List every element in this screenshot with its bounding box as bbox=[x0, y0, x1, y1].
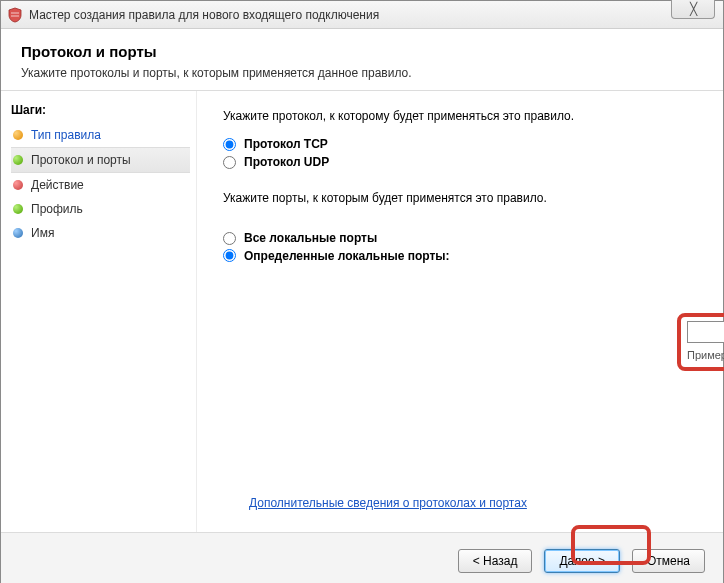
titlebar: Мастер создания правила для нового входя… bbox=[1, 1, 723, 29]
step-label: Действие bbox=[31, 178, 84, 192]
step-label: Тип правила bbox=[31, 128, 101, 142]
step-protocol-ports[interactable]: Протокол и порты bbox=[11, 147, 190, 173]
step-action[interactable]: Действие bbox=[11, 173, 196, 197]
specific-ports-input[interactable] bbox=[687, 321, 724, 343]
ports-input-group: Пример: 80, 443, 5000-5010 bbox=[687, 321, 724, 361]
bullet-icon bbox=[13, 130, 23, 140]
radio-protocol-tcp[interactable]: Протокол TCP bbox=[223, 137, 693, 151]
page-title: Протокол и порты bbox=[21, 43, 703, 60]
radio-udp-input[interactable] bbox=[223, 156, 236, 169]
bullet-icon bbox=[13, 228, 23, 238]
bullet-icon bbox=[13, 155, 23, 165]
firewall-icon bbox=[7, 7, 23, 23]
ports-example: Пример: 80, 443, 5000-5010 bbox=[687, 349, 724, 361]
wizard-window: Мастер создания правила для нового входя… bbox=[0, 0, 724, 583]
radio-ports-all[interactable]: Все локальные порты bbox=[223, 231, 693, 245]
svg-rect-0 bbox=[11, 12, 19, 14]
radio-protocol-udp[interactable]: Протокол UDP bbox=[223, 155, 693, 169]
radio-tcp-label: Протокол TCP bbox=[244, 137, 328, 151]
page-header: Протокол и порты Укажите протоколы и пор… bbox=[1, 29, 723, 91]
next-button[interactable]: Далее > bbox=[544, 549, 620, 573]
cancel-button[interactable]: Отмена bbox=[632, 549, 705, 573]
step-profile[interactable]: Профиль bbox=[11, 197, 196, 221]
step-label: Протокол и порты bbox=[31, 153, 131, 167]
content-pane: Укажите протокол, к которому будет приме… bbox=[197, 91, 723, 532]
step-name[interactable]: Имя bbox=[11, 221, 196, 245]
bullet-icon bbox=[13, 204, 23, 214]
radio-specific-ports-label: Определенные локальные порты: bbox=[244, 249, 450, 263]
radio-specific-ports-input[interactable] bbox=[223, 249, 236, 262]
close-button[interactable]: ╳ bbox=[671, 0, 715, 19]
radio-udp-label: Протокол UDP bbox=[244, 155, 329, 169]
step-label: Имя bbox=[31, 226, 54, 240]
steps-sidebar: Шаги: Тип правила Протокол и порты Дейст… bbox=[1, 91, 197, 532]
steps-heading: Шаги: bbox=[11, 99, 196, 123]
more-info-link[interactable]: Дополнительные сведения о протоколах и п… bbox=[249, 496, 527, 510]
radio-all-ports-input[interactable] bbox=[223, 232, 236, 245]
back-button[interactable]: < Назад bbox=[458, 549, 533, 573]
page-subtitle: Укажите протоколы и порты, к которым при… bbox=[21, 66, 703, 80]
close-icon: ╳ bbox=[690, 2, 697, 16]
ports-lead: Укажите порты, к которым будет применятс… bbox=[223, 191, 693, 205]
step-rule-type[interactable]: Тип правила bbox=[11, 123, 196, 147]
radio-tcp-input[interactable] bbox=[223, 138, 236, 151]
wizard-footer: < Назад Далее > Отмена bbox=[1, 532, 723, 583]
radio-ports-specific[interactable]: Определенные локальные порты: bbox=[223, 249, 693, 263]
svg-rect-1 bbox=[11, 15, 19, 17]
step-label: Профиль bbox=[31, 202, 83, 216]
protocol-lead: Укажите протокол, к которому будет приме… bbox=[223, 109, 693, 123]
bullet-icon bbox=[13, 180, 23, 190]
radio-all-ports-label: Все локальные порты bbox=[244, 231, 377, 245]
window-title: Мастер создания правила для нового входя… bbox=[29, 8, 379, 22]
